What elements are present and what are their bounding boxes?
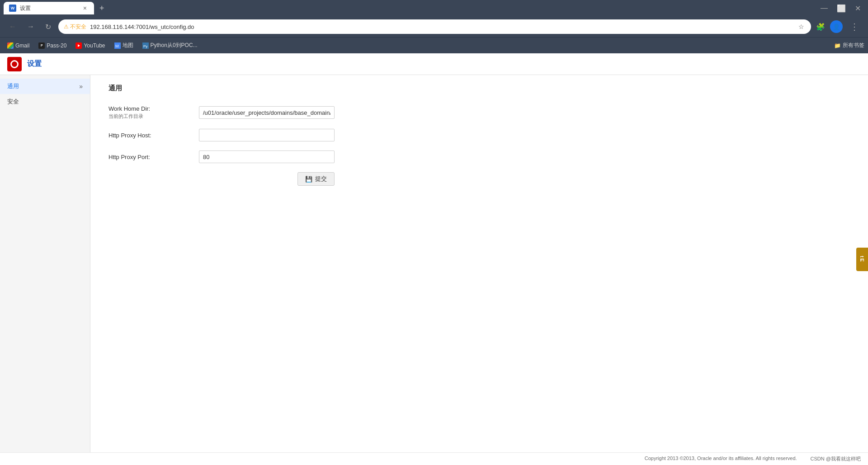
work-home-dir-sublabel: 当前的工作目录	[108, 113, 199, 120]
submit-label: 提交	[315, 175, 327, 183]
work-home-dir-input[interactable]	[199, 106, 335, 119]
warning-icon: ⚠	[64, 23, 69, 30]
side-float-label: tE	[859, 256, 865, 263]
browser-menu-button[interactable]: ⋮	[846, 19, 863, 35]
bookmark-maps-label: 地图	[123, 42, 133, 49]
submit-icon: 💾	[305, 176, 312, 183]
folder-icon: 📁	[834, 42, 841, 49]
url-icons: ☆	[797, 22, 806, 32]
footer-copyright: Copyright 2013 ©2013, Oracle and/or its …	[645, 456, 797, 462]
profile-icon: 👤	[833, 23, 840, 30]
footer-csdn: CSDN @我看就这样吧	[811, 456, 861, 462]
tab-close-button[interactable]: ×	[81, 4, 89, 13]
sidebar: 通用 » 安全	[0, 75, 90, 452]
app-logo	[7, 57, 22, 71]
main-content: 通用 » 安全 通用 Work Home Dir: 当前的工作目录	[0, 75, 868, 452]
close-button[interactable]: ✕	[851, 2, 864, 14]
bookmark-maps[interactable]: M 地图	[111, 40, 137, 51]
svg-text:Py: Py	[143, 44, 147, 48]
form-row-http-proxy-host: Http Proxy Host:	[108, 129, 850, 141]
app-title: 设置	[27, 59, 42, 69]
bookmarks-right-label: 所有书签	[843, 42, 864, 49]
page-content: 通用 Work Home Dir: 当前的工作目录 Http Proxy Hos…	[90, 75, 868, 452]
work-home-dir-label-group: Work Home Dir: 当前的工作目录	[108, 105, 199, 120]
side-float-button[interactable]: tE	[856, 248, 868, 271]
bookmark-python[interactable]: Py Python从0到POC...	[139, 40, 201, 51]
sidebar-item-security[interactable]: 安全	[0, 94, 90, 109]
profile-button[interactable]: 👤	[830, 20, 843, 33]
youtube-favicon	[75, 42, 82, 49]
sidebar-item-general[interactable]: 通用 »	[0, 79, 90, 94]
window-controls: — ⬜ ✕	[817, 2, 864, 14]
bookmarks-bar: Gmail P Pass-20 YouTube M 地图 Py Python从0…	[0, 37, 868, 53]
gmail-favicon	[7, 42, 14, 49]
pass-favicon: P	[38, 42, 45, 49]
http-proxy-host-input[interactable]	[199, 129, 335, 141]
sidebar-expand-icon: »	[79, 83, 83, 90]
title-bar: W 设置 × + — ⬜ ✕	[0, 0, 868, 16]
bookmark-pass20[interactable]: P Pass-20	[35, 41, 70, 51]
bookmark-star-button[interactable]: ☆	[797, 22, 806, 32]
minimize-button[interactable]: —	[817, 2, 831, 14]
http-proxy-port-label-group: Http Proxy Port:	[108, 154, 199, 160]
bookmark-python-label: Python从0到POC...	[151, 42, 198, 49]
footer-right: Copyright 2013 ©2013, Oracle and/or its …	[645, 456, 861, 462]
bookmark-gmail[interactable]: Gmail	[4, 41, 33, 51]
work-home-dir-label: Work Home Dir:	[108, 105, 199, 112]
forward-button[interactable]: →	[24, 20, 38, 33]
tab-bar: W 设置 × +	[4, 2, 813, 15]
python-favicon: Py	[142, 42, 149, 49]
http-proxy-host-label: Http Proxy Host:	[108, 132, 199, 139]
maximize-button[interactable]: ⬜	[833, 2, 849, 14]
http-proxy-port-label: Http Proxy Port:	[108, 154, 199, 160]
tab-title: 设置	[20, 5, 78, 12]
back-button[interactable]: ←	[5, 20, 20, 33]
security-text: 不安全	[70, 23, 86, 31]
footer: Copyright 2013 ©2013, Oracle and/or its …	[0, 452, 868, 465]
sidebar-security-label: 安全	[7, 98, 83, 106]
form-row-work-home-dir: Work Home Dir: 当前的工作目录	[108, 105, 850, 120]
security-warning: ⚠ 不安全	[64, 23, 86, 31]
submit-button[interactable]: 💾 提交	[297, 172, 335, 186]
bookmarks-right[interactable]: 📁 所有书签	[834, 42, 864, 49]
sidebar-general-label: 通用	[7, 82, 79, 90]
bookmark-pass20-label: Pass-20	[47, 42, 66, 49]
refresh-button[interactable]: ↻	[42, 20, 55, 34]
active-tab[interactable]: W 设置 ×	[4, 2, 94, 14]
bookmark-gmail-label: Gmail	[15, 42, 29, 49]
bookmark-youtube[interactable]: YouTube	[72, 41, 108, 51]
submit-row: 💾 提交	[108, 172, 335, 186]
section-title: 通用	[108, 84, 850, 96]
extension-button[interactable]: 🧩	[815, 21, 826, 33]
bookmark-youtube-label: YouTube	[84, 42, 105, 49]
new-tab-button[interactable]: +	[96, 2, 108, 15]
http-proxy-host-label-group: Http Proxy Host:	[108, 132, 199, 139]
http-proxy-port-input[interactable]	[199, 150, 335, 163]
address-bar: ← → ↻ ⚠ 不安全 192.168.116.144:7001/ws_utc/…	[0, 16, 868, 37]
url-text[interactable]: 192.168.116.144:7001/ws_utc/config.do	[90, 23, 793, 30]
svg-text:M: M	[115, 44, 119, 48]
url-bar[interactable]: ⚠ 不安全 192.168.116.144:7001/ws_utc/config…	[58, 19, 811, 34]
maps-favicon: M	[114, 42, 121, 49]
tab-favicon: W	[9, 5, 16, 12]
app-header: 设置	[0, 53, 868, 75]
form-row-http-proxy-port: Http Proxy Port:	[108, 150, 850, 163]
